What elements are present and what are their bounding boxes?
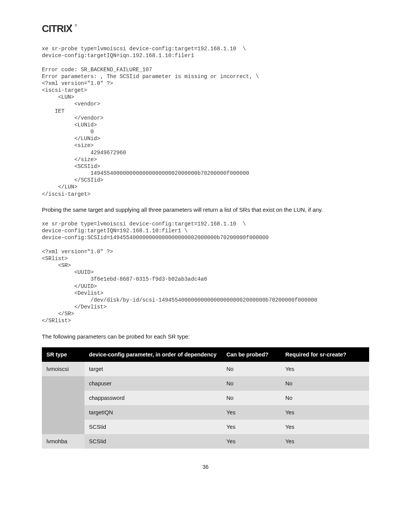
table-row: targetIQNYesYes — [42, 405, 369, 420]
cell-sr-type — [42, 391, 84, 405]
cell-device-config: chapuser — [84, 376, 222, 391]
th-sr-type: SR type — [42, 347, 84, 362]
code-block-probe-iqn: xe sr-probe type=lvmoiscsi device-config… — [42, 45, 369, 198]
cell-device-config: chappassword — [84, 391, 222, 405]
cell-device-config: target — [84, 362, 222, 376]
table-row: lvmoiscsitargetNoYes — [42, 362, 369, 376]
cell-can-probe: Yes — [222, 420, 281, 434]
cell-required: No — [281, 391, 369, 405]
cell-device-config: SCSIid — [84, 420, 222, 434]
th-device-config: device-config parameter, in order of dep… — [84, 347, 222, 362]
table-row: SCSIidYesYes — [42, 420, 369, 434]
cell-device-config: targetIQN — [84, 405, 222, 420]
cell-can-probe: No — [222, 391, 281, 405]
paragraph-probe-result: Probing the same target and supplying al… — [42, 206, 369, 214]
cell-sr-type — [42, 376, 84, 391]
cell-sr-type — [42, 420, 84, 434]
cell-sr-type — [42, 405, 84, 420]
cell-required: Yes — [281, 434, 369, 449]
cell-can-probe: No — [222, 362, 281, 376]
logo-text: CITRIX — [42, 23, 72, 34]
cell-can-probe: No — [222, 376, 281, 391]
paragraph-table-intro: The following parameters can be probed f… — [42, 333, 369, 340]
code-block-probe-srlist: xe sr-probe type=lvmoiscsi device-config… — [42, 220, 369, 324]
cell-required: Yes — [281, 405, 369, 420]
table-row: lvmohbaSCSIidYesYes — [42, 434, 369, 449]
th-required: Required for sr-create? — [281, 347, 369, 362]
citrix-logo: CITRIX® — [42, 23, 369, 35]
table-row: chapuserNoNo — [42, 376, 369, 391]
cell-required: Yes — [281, 420, 369, 434]
table-header-row: SR type device-config parameter, in orde… — [42, 347, 369, 362]
cell-can-probe: Yes — [222, 405, 281, 420]
table-body: lvmoiscsitargetNoYeschapuserNoNochappass… — [42, 362, 369, 449]
cell-sr-type: lvmoiscsi — [42, 362, 84, 376]
sr-probe-parameters-table: SR type device-config parameter, in orde… — [42, 347, 369, 449]
cell-required: Yes — [281, 362, 369, 376]
th-can-probe: Can be probed? — [222, 347, 281, 362]
cell-can-probe: Yes — [222, 434, 281, 449]
cell-device-config: SCSIid — [84, 434, 222, 449]
page-number: 36 — [42, 464, 369, 470]
cell-required: No — [281, 376, 369, 391]
cell-sr-type: lvmohba — [42, 434, 84, 449]
table-row: chappasswordNoNo — [42, 391, 369, 405]
logo-registered-icon: ® — [75, 24, 77, 27]
